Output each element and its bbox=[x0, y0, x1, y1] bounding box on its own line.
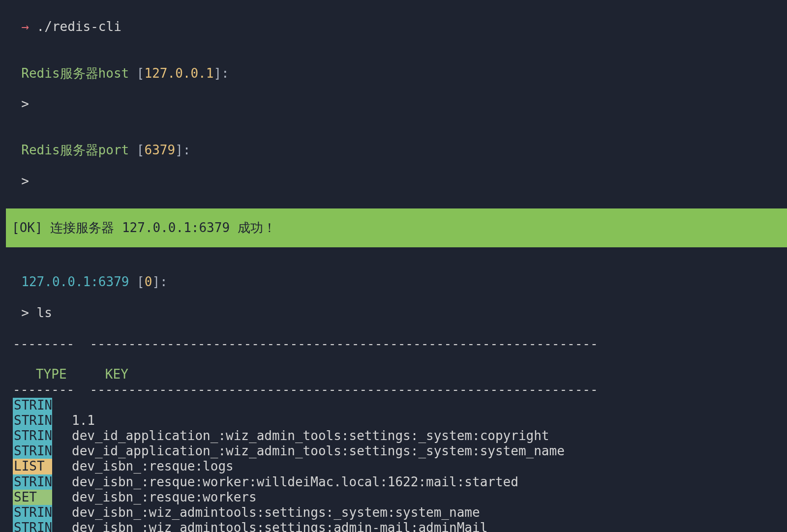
cli-host: 127.0.0.1:6379 bbox=[21, 274, 129, 289]
table-row[interactable]: STRINGdev_isbn_:wiz_admintools:settings:… bbox=[0, 505, 787, 520]
prompt-arrow: → bbox=[21, 19, 29, 34]
table-row[interactable]: STRING1.1 bbox=[0, 413, 787, 428]
table-row[interactable]: SETdev_isbn_:resque:workers bbox=[0, 490, 787, 505]
key-text: dev_isbn_:resque:worker:willdeiMac.local… bbox=[52, 474, 518, 490]
host-input-line[interactable]: > bbox=[0, 81, 787, 112]
terminal-command-line: → ./redis-cli bbox=[0, 4, 787, 34]
table-row[interactable]: LISTdev_isbn_:resque:logs bbox=[0, 459, 787, 474]
type-badge: STRING bbox=[13, 413, 52, 428]
key-text: dev_id_application_:wiz_admin_tools:sett… bbox=[52, 428, 549, 443]
ls-command: > ls bbox=[21, 305, 52, 320]
key-text: dev_isbn_:wiz_admintools:settings:_syste… bbox=[52, 505, 480, 520]
key-text: dev_isbn_:wiz_admintools:settings:admin-… bbox=[52, 520, 487, 532]
port-label: Redis服务器port bbox=[21, 143, 129, 157]
bracket-open: [ bbox=[129, 66, 144, 81]
type-badge: STRING bbox=[13, 443, 52, 459]
cli-db: 0 bbox=[145, 274, 152, 289]
table-divider-bottom: -------- -------------------------------… bbox=[0, 382, 787, 397]
bracket-open: [ bbox=[129, 143, 144, 157]
bracket-close: ]: bbox=[175, 143, 190, 157]
table-row[interactable]: STRINGdev_id_application_:wiz_admin_tool… bbox=[0, 428, 787, 443]
header-key: KEY bbox=[67, 367, 128, 382]
type-badge: STRING bbox=[13, 505, 52, 520]
key-text bbox=[52, 398, 72, 413]
table-row[interactable]: STRINGdev_isbn_:wiz_admintools:settings:… bbox=[0, 520, 787, 532]
bracket-close: ]: bbox=[152, 274, 167, 289]
input-caret: > bbox=[21, 174, 29, 188]
port-prompt-line: Redis服务器port [6379]: bbox=[0, 127, 787, 158]
key-text: dev_id_application_:wiz_admin_tools:sett… bbox=[52, 443, 565, 459]
input-caret: > bbox=[21, 96, 29, 111]
success-message: [OK] 连接服务器 127.0.0.1:6379 成功！ bbox=[12, 220, 276, 235]
command-text: ./redis-cli bbox=[29, 19, 121, 34]
host-label: Redis服务器host bbox=[21, 66, 129, 81]
key-text: dev_isbn_:resque:workers bbox=[52, 490, 257, 505]
type-badge: LIST bbox=[13, 459, 52, 474]
header-type: TYPE bbox=[28, 367, 66, 382]
table-header: TYPE KEY bbox=[0, 352, 787, 382]
port-input-line[interactable]: > bbox=[0, 158, 787, 189]
success-banner: [OK] 连接服务器 127.0.0.1:6379 成功！ bbox=[6, 208, 787, 247]
table-row[interactable]: STRINGdev_id_application_:wiz_admin_tool… bbox=[0, 443, 787, 459]
host-prompt-line: Redis服务器host [127.0.0.1]: bbox=[0, 50, 787, 81]
type-badge: STRING bbox=[13, 474, 52, 490]
key-text: 1.1 bbox=[52, 413, 95, 428]
ls-command-line[interactable]: > ls bbox=[0, 290, 787, 320]
type-badge: STRING bbox=[13, 398, 52, 413]
table-row[interactable]: STRINGdev_isbn_:resque:worker:willdeiMac… bbox=[0, 474, 787, 490]
bracket-close: ]: bbox=[213, 66, 229, 81]
port-value: 6379 bbox=[145, 143, 176, 157]
table-row[interactable]: STRING bbox=[0, 398, 787, 413]
type-badge: STRING bbox=[13, 428, 52, 443]
key-text: dev_isbn_:resque:logs bbox=[52, 459, 234, 474]
bracket-open: [ bbox=[129, 274, 144, 289]
cli-prompt-line: 127.0.0.1:6379 [0]: bbox=[0, 259, 787, 290]
type-badge: STRING bbox=[13, 520, 52, 532]
table-divider-top: -------- -------------------------------… bbox=[0, 336, 787, 352]
type-badge: SET bbox=[13, 490, 52, 505]
host-value: 127.0.0.1 bbox=[145, 66, 214, 81]
